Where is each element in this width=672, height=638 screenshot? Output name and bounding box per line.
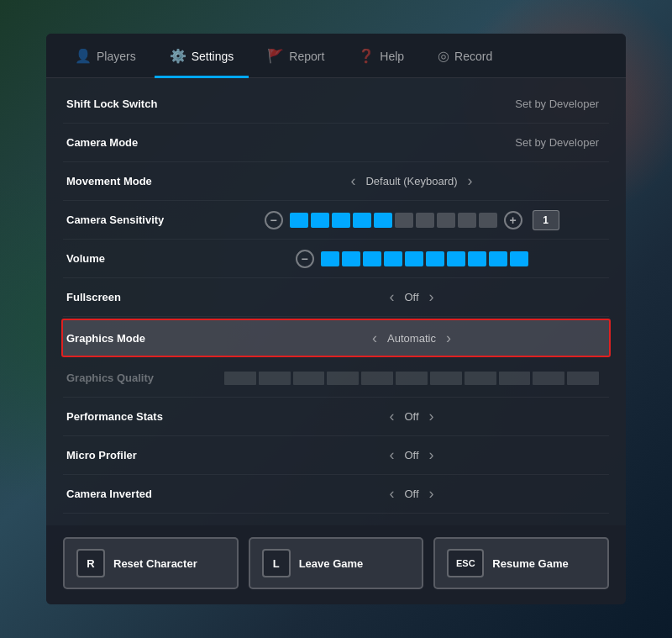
setting-graphics-mode: Graphics Mode ‹ Automatic ›	[61, 319, 611, 357]
camera-inverted-value: ‹ Off ›	[218, 485, 606, 503]
setting-camera-mode: Camera Mode Set by Developer	[63, 124, 609, 162]
tab-record-label: Record	[454, 50, 492, 63]
vol-bar-4	[384, 251, 402, 266]
micro-profiler-value: ‹ Off ›	[218, 446, 606, 464]
tab-help[interactable]: ❓ Help	[343, 34, 419, 78]
bar-10	[479, 213, 497, 228]
help-icon: ❓	[358, 48, 375, 64]
movement-mode-label: Movement Mode	[66, 175, 218, 187]
quality-slider	[224, 372, 599, 385]
setting-performance-stats: Performance Stats ‹ Off ›	[63, 398, 609, 436]
q-bar-1	[224, 372, 256, 385]
reset-character-button[interactable]: R Reset Character	[63, 537, 239, 589]
settings-panel: 👤 Players ⚙️ Settings 🚩 Report ❓ Help ◎ …	[46, 34, 626, 604]
perf-stats-next[interactable]: ›	[426, 408, 438, 425]
camera-sensitivity-label: Camera Sensitivity	[66, 214, 218, 226]
bar-2	[311, 213, 329, 228]
movement-mode-prev[interactable]: ‹	[347, 172, 359, 190]
setting-graphics-quality: Graphics Quality	[63, 359, 609, 398]
sensitivity-decrease[interactable]: −	[265, 211, 283, 229]
setting-volume: Volume −	[63, 240, 609, 278]
bar-9	[458, 213, 476, 228]
settings-icon: ⚙️	[170, 48, 186, 64]
fullscreen-label: Fullscreen	[66, 291, 218, 303]
graphics-mode-value: ‹ Automatic ›	[218, 330, 606, 347]
setting-movement-mode: Movement Mode ‹ Default (Keyboard) ›	[63, 162, 609, 201]
shift-lock-label: Shift Lock Switch	[66, 98, 218, 110]
bar-6	[395, 213, 413, 228]
bar-4	[353, 213, 371, 228]
tab-help-label: Help	[380, 50, 404, 63]
performance-stats-value: ‹ Off ›	[218, 408, 606, 425]
tab-players-label: Players	[97, 50, 136, 63]
tab-players[interactable]: 👤 Players	[60, 34, 151, 78]
sensitivity-number: 1	[533, 210, 559, 230]
micro-profiler-label: Micro Profiler	[66, 449, 218, 461]
q-bar-2	[259, 372, 291, 385]
q-bar-5	[361, 372, 393, 385]
fullscreen-value: ‹ Off ›	[218, 288, 606, 306]
graphics-mode-label: Graphics Mode	[66, 332, 218, 345]
camera-mode-label: Camera Mode	[66, 136, 218, 149]
q-bar-4	[327, 372, 359, 385]
fullscreen-prev[interactable]: ‹	[386, 288, 397, 306]
reset-character-label: Reset Character	[113, 557, 197, 570]
vol-bar-10	[510, 251, 528, 266]
q-bar-10	[533, 372, 564, 385]
q-bar-9	[499, 372, 531, 385]
bar-3	[332, 213, 350, 228]
perf-stats-prev[interactable]: ‹	[386, 408, 397, 425]
graphics-mode-next[interactable]: ›	[443, 330, 454, 347]
tab-bar: 👤 Players ⚙️ Settings 🚩 Report ❓ Help ◎ …	[46, 34, 626, 78]
resume-game-label: Resume Game	[492, 557, 568, 570]
micro-profiler-prev[interactable]: ‹	[386, 446, 397, 464]
settings-content: Shift Lock Switch Set by Developer Camer…	[46, 78, 626, 525]
leave-key-badge: L	[262, 549, 291, 577]
leave-game-button[interactable]: L Leave Game	[249, 537, 424, 589]
tab-record[interactable]: ◎ Record	[423, 34, 507, 78]
tab-report-label: Report	[289, 50, 324, 63]
performance-stats-label: Performance Stats	[66, 410, 218, 423]
q-bar-6	[396, 372, 428, 385]
micro-profiler-next[interactable]: ›	[426, 446, 438, 464]
camera-inverted-prev[interactable]: ‹	[386, 485, 397, 503]
leave-game-label: Leave Game	[299, 557, 364, 570]
volume-decrease[interactable]: −	[296, 250, 314, 268]
q-bar-11	[567, 372, 599, 385]
tab-report[interactable]: 🚩 Report	[252, 34, 339, 78]
camera-sensitivity-control: − + 1	[218, 210, 606, 230]
graphics-quality-label: Graphics Quality	[66, 372, 218, 384]
vol-bar-2	[342, 251, 360, 266]
q-bar-3	[293, 372, 325, 385]
vol-bar-3	[363, 251, 381, 266]
movement-mode-next[interactable]: ›	[465, 172, 476, 190]
q-bar-7	[430, 372, 462, 385]
tab-settings[interactable]: ⚙️ Settings	[155, 34, 249, 78]
q-bar-8	[465, 372, 496, 385]
setting-camera-sensitivity: Camera Sensitivity − + 1	[63, 201, 609, 240]
players-icon: 👤	[75, 48, 92, 64]
volume-slider	[321, 251, 528, 266]
graphics-quality-bars	[218, 372, 606, 385]
vol-bar-6	[426, 251, 444, 266]
record-icon: ◎	[438, 48, 449, 64]
bottom-buttons: R Reset Character L Leave Game ESC Resum…	[46, 525, 626, 604]
vol-bar-7	[447, 251, 465, 266]
camera-mode-value: Set by Developer	[218, 136, 606, 149]
bar-8	[437, 213, 455, 228]
tab-settings-label: Settings	[192, 50, 234, 63]
vol-bar-9	[489, 251, 507, 266]
setting-shift-lock: Shift Lock Switch Set by Developer	[63, 85, 609, 124]
graphics-mode-prev[interactable]: ‹	[369, 330, 381, 347]
vol-bar-1	[321, 251, 339, 266]
camera-inverted-next[interactable]: ›	[426, 485, 438, 503]
vol-bar-8	[468, 251, 486, 266]
fullscreen-next[interactable]: ›	[426, 288, 438, 306]
movement-mode-value: ‹ Default (Keyboard) ›	[218, 172, 606, 190]
sensitivity-increase[interactable]: +	[504, 211, 522, 229]
resume-key-badge: ESC	[447, 549, 484, 577]
report-icon: 🚩	[267, 48, 284, 64]
bar-1	[290, 213, 308, 228]
setting-camera-inverted: Camera Inverted ‹ Off ›	[63, 475, 609, 514]
resume-game-button[interactable]: ESC Resume Game	[433, 537, 609, 589]
